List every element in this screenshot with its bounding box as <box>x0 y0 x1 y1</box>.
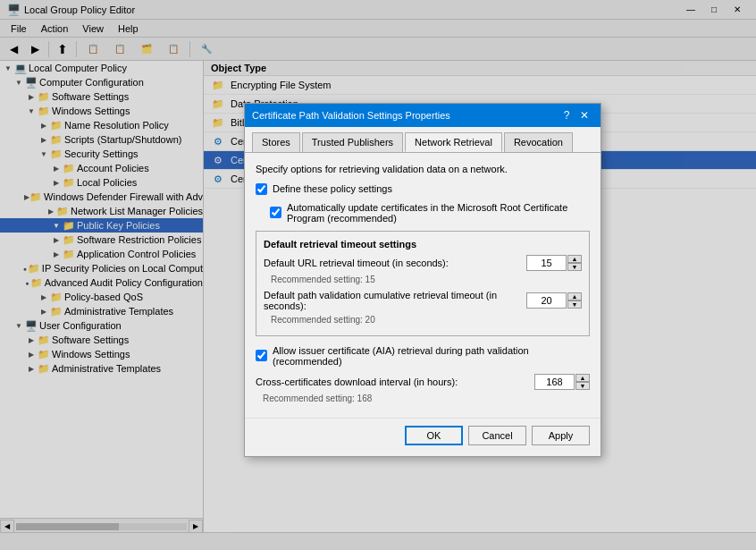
timeout-section-title: Default retrieval timeout settings <box>264 239 582 250</box>
tab-revocation[interactable]: Revocation <box>504 132 573 152</box>
url-timeout-row: Default URL retrieval timeout (in second… <box>264 255 582 271</box>
path-timeout-up-btn[interactable]: ▲ <box>567 292 582 300</box>
cross-cert-input[interactable] <box>534 374 575 390</box>
define-policy-label: Define these policy settings <box>273 183 392 194</box>
path-timeout-sublabel: Recommended setting: 20 <box>264 315 582 325</box>
dialog-buttons-bar: OK Cancel Apply <box>245 418 601 456</box>
dialog-tabs: Stores Trusted Publishers Network Retrie… <box>245 127 601 153</box>
cancel-button[interactable]: Cancel <box>468 426 526 445</box>
url-timeout-down-btn[interactable]: ▼ <box>567 263 582 271</box>
cross-cert-down-btn[interactable]: ▼ <box>575 382 590 390</box>
dialog-help-button[interactable]: ? <box>558 106 575 124</box>
auto-update-checkbox[interactable] <box>270 207 281 218</box>
path-timeout-row: Default path validation cumulative retri… <box>264 290 582 311</box>
dialog-title: Certificate Path Validation Settings Pro… <box>252 110 558 121</box>
url-timeout-up-btn[interactable]: ▲ <box>567 255 582 263</box>
dialog-description: Specify options for retrieving validatio… <box>256 164 590 174</box>
dialog-body: Specify options for retrieving validatio… <box>245 153 601 418</box>
cross-cert-sublabel: Recommended setting: 168 <box>256 393 590 403</box>
dialog-overlay: Certificate Path Validation Settings Pro… <box>0 0 756 550</box>
tab-network-retrieval[interactable]: Network Retrieval <box>405 132 502 152</box>
path-timeout-spinner: ▲ ▼ <box>526 292 582 309</box>
tab-trusted-publishers[interactable]: Trusted Publishers <box>302 132 403 152</box>
define-policy-checkbox[interactable] <box>256 183 267 195</box>
cross-cert-label: Cross-certificates download interval (in… <box>256 377 534 387</box>
allow-issuer-label: Allow issuer certificate (AIA) retrieval… <box>273 345 590 367</box>
auto-update-label: Automatically update certificates in the… <box>287 202 590 224</box>
cross-cert-up-btn[interactable]: ▲ <box>575 374 590 382</box>
path-timeout-label: Default path validation cumulative retri… <box>264 290 526 311</box>
url-timeout-label: Default URL retrieval timeout (in second… <box>264 258 526 268</box>
apply-button[interactable]: Apply <box>532 426 590 445</box>
cross-cert-spinner: ▲ ▼ <box>534 374 590 390</box>
define-policy-row: Define these policy settings <box>256 183 590 195</box>
dialog-close-button[interactable]: ✕ <box>575 106 593 124</box>
allow-issuer-row: Allow issuer certificate (AIA) retrieval… <box>256 345 590 367</box>
path-timeout-input[interactable] <box>526 292 567 309</box>
cross-cert-row: Cross-certificates download interval (in… <box>256 374 590 390</box>
path-timeout-down-btn[interactable]: ▼ <box>567 300 582 309</box>
tab-stores[interactable]: Stores <box>252 132 300 152</box>
dialog: Certificate Path Validation Settings Pro… <box>244 103 601 457</box>
url-timeout-input[interactable] <box>526 255 567 271</box>
ok-button[interactable]: OK <box>405 426 463 445</box>
timeout-section: Default retrieval timeout settings Defau… <box>256 231 590 336</box>
url-timeout-sublabel: Recommended setting: 15 <box>264 275 582 284</box>
allow-issuer-checkbox[interactable] <box>256 350 267 361</box>
url-timeout-spinner: ▲ ▼ <box>526 255 582 271</box>
dialog-title-bar: Certificate Path Validation Settings Pro… <box>245 104 601 127</box>
auto-update-row: Automatically update certificates in the… <box>256 202 590 224</box>
